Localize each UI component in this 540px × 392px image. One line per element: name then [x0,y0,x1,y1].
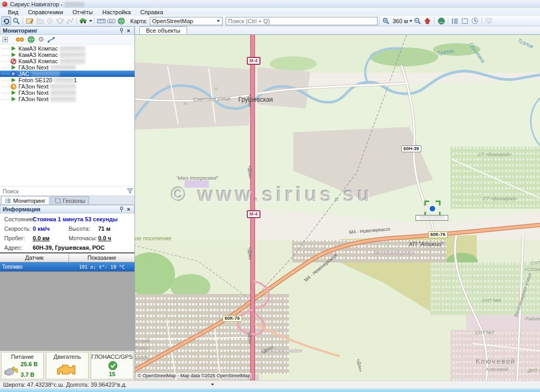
sensor-value: 191 л; t°: 19 °C [69,262,134,271]
pin-icon[interactable] [118,28,126,34]
sensor-col-header: Датчик [0,253,69,262]
vehicle-row[interactable]: ГАЗон Next▒▒▒▒▒▒▒▒▒ [0,83,134,90]
polyline-geozone-icon[interactable] [65,16,75,25]
close-panel-icon[interactable]: × [126,27,132,34]
zoom-out-icon[interactable] [412,16,422,25]
new-geozone-icon[interactable] [35,16,45,25]
vehicle-marker-label: ▒▒▒▒▒▒▒▒▒▒ [416,215,448,221]
vehicle-row[interactable]: Foton SE120▒▒▒▒▒▒▒1 [0,77,134,83]
map-tab-all-objects[interactable]: Все объекты [139,26,187,34]
tree-connector [2,48,9,49]
window-title: Сириус Навигатор - [10,1,63,7]
satellite-count: 15 [91,371,133,377]
polygon-geozone-icon[interactable] [55,16,65,25]
map-edit-icon[interactable] [25,16,35,25]
altitude-label: Высота: [69,226,90,232]
vehicle-plate-redacted: ▒▒▒▒▒▒▒▒▒▒ [31,71,60,77]
ruler-icon[interactable] [96,16,106,25]
map-render [135,35,540,380]
menu-item[interactable]: Отчёты [68,9,98,15]
vehicle-status-icon [11,96,16,102]
voltage-value: 25.6 В [21,361,37,367]
window-title-redacted: ▒▒▒▒▒▒▒ [64,2,84,7]
gps-gauge: ГЛОНАСС/GPS 15 [91,352,133,379]
vehicle-name: ГАЗон Next [18,90,49,96]
road-shield: 60К-76 [428,231,448,238]
vehicle-plate-redacted: ▒▒▒▒▒▒▒▒▒ [50,90,75,96]
vehicle-row[interactable]: ГАЗон Next▒▒▒▒▒▒▒▒▒ [0,96,134,102]
tree-connector [2,74,9,74]
map-scale-value: 360 м [393,18,408,24]
mileage-label: Пробег: [4,235,25,241]
region-icon [55,198,61,203]
settings-gear-icon[interactable]: ⚙ [38,36,44,43]
map-select[interactable]: OpenStreetMap [150,17,223,25]
menu-item[interactable]: Вид [3,9,23,15]
road-shield: М-4 [247,210,261,218]
menu-item[interactable]: Справочники [23,9,68,15]
statusbar-menu-icon[interactable] [211,384,214,386]
state-label: Состояние: [4,216,35,222]
global-search-input[interactable] [226,17,377,25]
vehicle-name: ГАЗон Next [18,96,49,102]
show-on-map-icon[interactable] [27,36,35,43]
pin-icon[interactable] [118,207,126,212]
circle-geozone-icon[interactable] [45,16,55,25]
vehicle-name: ГАЗон Next [18,83,49,90]
vehicle-name: КамАЗ Компас [18,52,58,58]
vehicle-row[interactable]: КамАЗ Компас▒▒▒▒▒▒▒▒▒ [0,58,134,64]
engine-hours-value[interactable]: 0.0 ч [98,235,111,241]
panel-tab-Геозоны[interactable]: Геозоны [51,196,89,204]
objects-list-icon[interactable] [450,16,460,25]
menu-item[interactable]: Справка [136,9,168,15]
menu-item[interactable]: Настройка [98,9,136,15]
satellite-icon [108,360,118,371]
tree-search-input[interactable] [1,187,127,195]
vehicle-menu-icon[interactable] [79,16,92,25]
map-canvas[interactable]: © www.sirius.su Советская улицаГрушевска… [135,35,540,380]
find-object-icon[interactable] [16,36,24,42]
vehicle-row[interactable]: КамАЗ Компас▒▒▒▒▒▒▒▒▒ [0,52,134,58]
panel-tab-Мониторинг[interactable]: Мониторинг [1,196,50,204]
sensors-rows: Топливо191 л; t°: 19 °C [0,262,134,271]
measure-icon[interactable] [106,16,116,25]
vehicle-row[interactable]: ГАЗон Next▒▒▒▒▒▒▒▒▒ [0,64,134,71]
vehicle-plate-redacted: ▒▒▒▒▒▒▒▒▒ [60,52,85,58]
vehicle-plate-redacted: ▒▒▒▒▒▒▒ [54,77,74,83]
vehicle-name-suffix: 1 [74,77,77,83]
menu-bar: ВидСправочникиОтчётыНастройкаСправка [0,8,540,16]
gauges-row: Питание 25.6 В 3.7 В Двигатель ГЛОНАСС/G… [0,351,134,380]
select-region-icon[interactable] [460,16,470,25]
sensor-row[interactable]: Топливо191 л; t°: 19 °C [0,262,134,271]
zoom-tool-icon[interactable] [11,16,21,25]
vehicle-row[interactable]: PJAC▒▒▒▒▒▒▒▒▒▒ [0,71,134,77]
home-view-icon[interactable] [422,16,432,25]
layers-globe-icon[interactable] [116,16,126,25]
monitoring-panel: Мониторинг × ⚙ КамАЗ Компас▒▒▒▒▒▒▒▒▒КамА… [0,26,135,380]
track-route-icon[interactable] [47,36,55,43]
vehicle-name: Foton SE120 [18,77,52,83]
filter-funnel-icon[interactable] [127,188,133,194]
taskbar-edge [0,388,540,392]
map-tab-strip: Все объекты [135,26,540,35]
vehicle-name: КамАЗ Компас [18,45,58,52]
close-panel-icon[interactable]: × [126,206,132,212]
sensor-name: Топливо [0,262,69,271]
monitoring-panel-header: Мониторинг × [0,26,134,35]
expand-all-icon[interactable] [2,36,8,43]
map-select-label: Карта: [130,18,148,24]
vehicle-row[interactable]: ГАЗон Next▒▒▒▒▒▒▒▒▒ [0,90,134,96]
track-refresh-icon[interactable] [1,16,11,25]
zoom-in-icon[interactable] [381,16,391,25]
vehicle-status-icon [11,90,16,96]
vehicle-plate-redacted: ▒▒▒▒▒▒▒▒▒ [50,96,75,102]
vehicle-status-icon: P [11,71,16,77]
history-clock-icon[interactable] [470,16,480,25]
gps-gauge-label: ГЛОНАСС/GPS [91,354,133,360]
engine-gauge-label: Двигатель [46,354,88,360]
world-map-icon[interactable] [436,16,446,25]
screen-mode-icon[interactable] [484,16,494,25]
info-panel-header: Информация × [0,205,134,213]
mileage-value[interactable]: 0.0 км [33,235,50,241]
vehicle-row[interactable]: КамАЗ Компас▒▒▒▒▒▒▒▒▒ [0,45,134,52]
